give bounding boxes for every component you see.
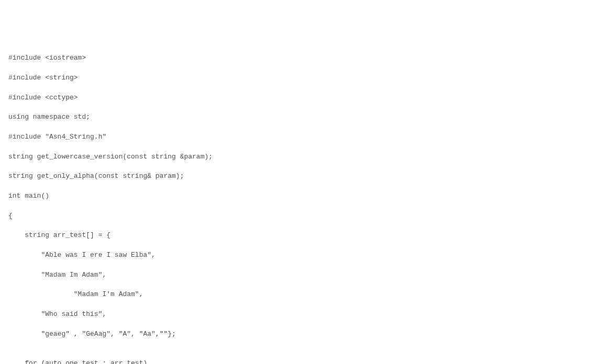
code-snippet: #include <iostream> #include <string> #i… (8, 43, 593, 364)
code-line: string arr_test[] = { (8, 231, 593, 241)
code-line: string get_only_alpha(const string& para… (8, 172, 593, 181)
code-line: for (auto one_test : arr_test) (8, 359, 593, 364)
code-line: "geaeg" , "GeAag", "A", "Aa",""}; (8, 329, 593, 339)
code-line: #include <iostream> (8, 53, 593, 63)
code-line: "Able was I ere I saw Elba", (8, 251, 593, 260)
code-line: int main() (8, 191, 593, 201)
code-line: #include "Asn4_String.h" (8, 132, 593, 142)
code-line: "Madam Im Adam", (8, 270, 593, 280)
code-line: "Who said this", (8, 310, 593, 320)
code-line: { (8, 211, 593, 221)
code-line: #include <cctype> (8, 93, 593, 103)
code-line: #include <string> (8, 73, 593, 83)
code-line: using namespace std; (8, 112, 593, 122)
code-line: string get_lowercase_version(const strin… (8, 152, 593, 162)
code-line: "Madam I'm Adam", (8, 290, 593, 300)
